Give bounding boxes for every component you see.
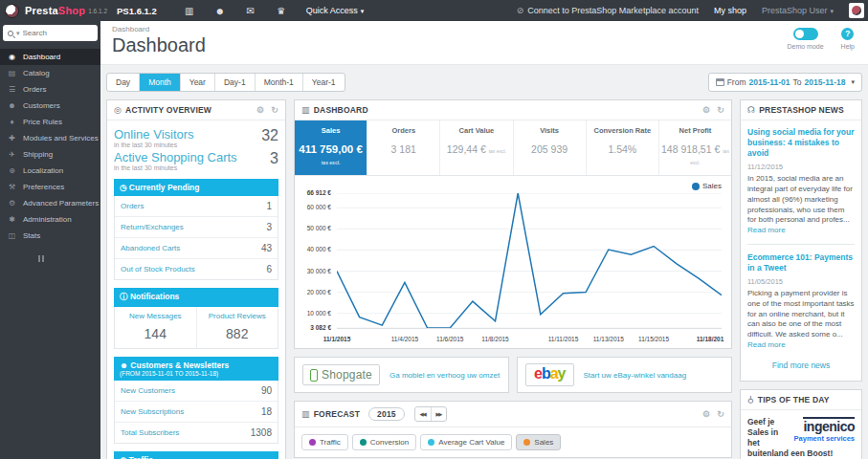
tab-day[interactable]: Day xyxy=(107,74,140,91)
sidebar-item-dashboard[interactable]: ◉Dashboard xyxy=(0,49,100,65)
help-icon[interactable]: ? xyxy=(841,28,854,40)
forecast-chip-traffic[interactable]: Traffic xyxy=(301,434,348,450)
user-menu[interactable]: PrestaShop User▾ xyxy=(762,6,834,15)
sidebar-item-stats[interactable]: ◫Stats xyxy=(0,228,100,244)
row-value: 18 xyxy=(261,406,272,417)
cell-link[interactable]: New Messages xyxy=(117,312,194,320)
my-shop-link[interactable]: My shop xyxy=(714,6,746,15)
kpi-value: 205 939 xyxy=(516,143,584,155)
kpi-orders[interactable]: Orders3 181 xyxy=(367,120,440,175)
tab-day-1[interactable]: Day-1 xyxy=(215,74,256,91)
news-title-link[interactable]: Ecommerce 101: Payments in a Tweet xyxy=(747,252,855,273)
forecast-chip-sales[interactable]: Sales xyxy=(516,434,561,450)
shopgate-link[interactable]: Ga mobiel en verhoog uw omzet xyxy=(389,371,500,380)
legend-label: Sales xyxy=(702,182,722,190)
sidebar-item-localization[interactable]: ⊕Localization xyxy=(0,163,100,179)
brand-name[interactable]: PrestaShop xyxy=(25,5,85,16)
breadcrumb[interactable]: Dashboard xyxy=(112,25,857,33)
y-tick-label: 20 000 € xyxy=(307,289,331,295)
messages-icon[interactable]: ✉ xyxy=(235,6,266,16)
active-carts-link[interactable]: Active Shopping Carts xyxy=(114,150,278,164)
kpi-cart-value[interactable]: Cart Value129,44 € tax excl. xyxy=(440,120,513,175)
ebay-link[interactable]: Start uw eBay-winkel vandaag xyxy=(584,371,687,380)
row-link[interactable]: New Subscriptions xyxy=(121,407,184,416)
row-link[interactable]: Total Subscribers xyxy=(121,428,179,437)
tab-year[interactable]: Year xyxy=(181,74,215,91)
ingenico-brand: ingenico xyxy=(803,417,855,433)
demo-mode-toggle[interactable] xyxy=(793,28,818,40)
chevron-down-icon: ▾ xyxy=(361,8,365,14)
sidebar-item-customers[interactable]: ☻Customers xyxy=(0,98,100,114)
avatar[interactable] xyxy=(849,3,864,18)
refresh-icon[interactable]: ↻ xyxy=(271,105,278,115)
sidebar-item-advanced-parameters[interactable]: ⚙Advanced Parameters xyxy=(0,195,100,211)
fast-backward-icon[interactable]: ◀◀ xyxy=(415,407,432,421)
ingenico-subtitle: Payment services xyxy=(780,435,855,443)
panel-title: PRESTASHOP NEWS xyxy=(759,105,844,115)
forecast-legend: Traffic Conversion Average Cart Value Sa… xyxy=(295,427,731,457)
marketplace-connect-link[interactable]: ⊘Connect to PrestaShop Marketplace accou… xyxy=(517,6,699,15)
online-visitors-sub: in the last 30 minutes xyxy=(114,142,278,148)
sidebar-item-administration[interactable]: ✱Administration xyxy=(0,211,100,228)
search-input[interactable] xyxy=(23,29,93,37)
sidebar-item-catalog[interactable]: ▤Catalog xyxy=(0,65,100,81)
cell-link[interactable]: Product Reviews xyxy=(199,312,277,320)
orders-icon: ☰ xyxy=(7,85,17,94)
refresh-icon[interactable]: ↻ xyxy=(717,105,724,115)
row-link[interactable]: Abandoned Carts xyxy=(121,244,180,252)
sidebar-item-price-rules[interactable]: ♦Price Rules xyxy=(0,114,100,130)
sidebar-item-label: Shipping xyxy=(23,150,53,159)
sidebar-item-label: Orders xyxy=(23,85,46,94)
read-more-link[interactable]: Read more xyxy=(747,340,786,349)
kpi-label: Conversion Rate xyxy=(589,126,657,135)
sidebar-item-label: Localization xyxy=(23,166,63,175)
chevron-down-icon: ▾ xyxy=(16,30,20,37)
kpi-sales[interactable]: Sales411 759,00 € tax excl. xyxy=(295,120,367,175)
sidebar-item-preferences[interactable]: ⚒Preferences xyxy=(0,179,100,195)
customers-quick-icon[interactable]: ☻ xyxy=(205,6,235,16)
row-new-customers: New Customers90 xyxy=(115,381,278,402)
tab-month-1[interactable]: Month-1 xyxy=(256,74,303,91)
find-more-news-link[interactable]: Find more news xyxy=(747,361,855,370)
ebay-letter: a xyxy=(550,365,558,382)
date-range-picker[interactable]: From 2015-11-01 To 2015-11-18 ▾ xyxy=(708,73,862,92)
sidebar-item-orders[interactable]: ☰Orders xyxy=(0,81,100,98)
forecast-chip-avg-cart-value[interactable]: Average Cart Value xyxy=(420,434,512,450)
row-link[interactable]: Orders xyxy=(121,202,144,210)
online-visitors-link[interactable]: Online Visitors xyxy=(114,127,278,142)
sidebar-item-label: Stats xyxy=(23,231,40,240)
achievements-icon[interactable]: ♛ xyxy=(266,6,297,16)
gear-icon[interactable]: ⚙ xyxy=(702,105,710,115)
sidebar-search[interactable]: ▾ xyxy=(3,25,98,41)
ebay-logo: ebay xyxy=(525,363,574,386)
sidebar-item-shipping[interactable]: ✈Shipping xyxy=(0,146,100,163)
news-title-link[interactable]: Using social media for your business: 4 … xyxy=(747,127,855,159)
kpi-conversion-rate[interactable]: Conversion Rate1.54% xyxy=(587,120,659,175)
refresh-icon[interactable]: ↻ xyxy=(717,409,724,419)
sidebar-collapse-icon[interactable] xyxy=(38,255,100,262)
fast-forward-icon[interactable]: ▶▶ xyxy=(432,407,447,421)
news-body-text: Picking a payment provider is one of the… xyxy=(747,289,855,351)
row-link[interactable]: Return/Exchanges xyxy=(121,223,184,231)
gear-icon[interactable]: ⚙ xyxy=(702,409,710,419)
row-link[interactable]: Out of Stock Products xyxy=(121,265,195,273)
prestashop-logo-icon[interactable] xyxy=(5,4,19,18)
quick-access-menu[interactable]: Quick Access▾ xyxy=(306,6,365,15)
gear-icon[interactable]: ⚙ xyxy=(256,105,264,115)
chevron-down-icon: ▾ xyxy=(830,8,834,14)
help-label: Help xyxy=(841,43,855,50)
kpi-visits[interactable]: Visits205 939 xyxy=(514,120,587,175)
search-icon xyxy=(8,31,13,36)
cart-icon[interactable]: ▥ xyxy=(174,6,205,16)
read-more-link[interactable]: Read more xyxy=(747,226,786,234)
row-link[interactable]: New Customers xyxy=(121,386,175,395)
sidebar-item-modules[interactable]: ✚Modules and Services xyxy=(0,130,100,146)
brand-shop: Shop xyxy=(58,5,85,16)
tab-year-1[interactable]: Year-1 xyxy=(303,74,345,91)
tab-month[interactable]: Month xyxy=(140,74,181,91)
kpi-net-profit[interactable]: Net Profit148 918,51 € tax excl. xyxy=(659,120,731,175)
news-item: Ecommerce 101: Payments in a Tweet 11/05… xyxy=(747,252,855,351)
currently-pending-header: ◷ Currently Pending xyxy=(114,179,278,196)
forecast-chip-conversion[interactable]: Conversion xyxy=(352,434,416,450)
chart-legend-sales[interactable]: Sales xyxy=(692,182,722,190)
